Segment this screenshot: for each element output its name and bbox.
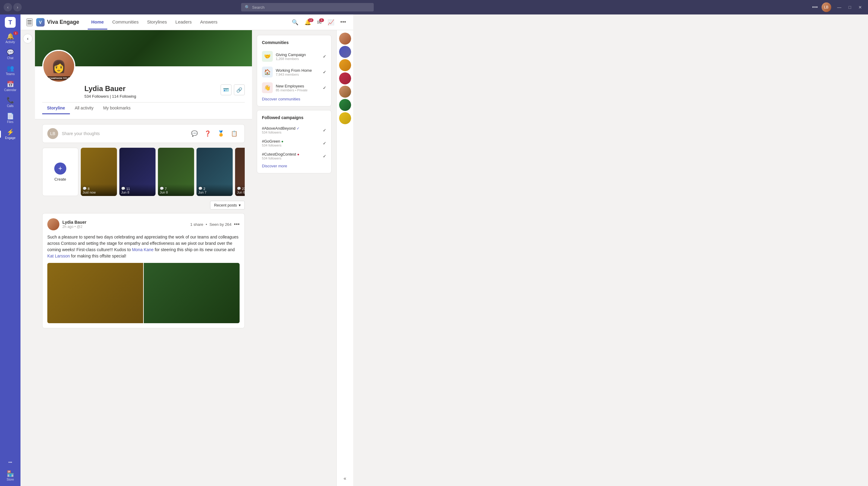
sidebar-item-activity[interactable]: 1 🔔 Activity — [0, 30, 21, 46]
hamburger-menu[interactable]: ☰ — [27, 19, 33, 26]
post-author-info: Lydia Bauer 2h ago • @2 — [62, 220, 87, 229]
post-link-mona[interactable]: Mona Kane — [132, 247, 154, 252]
messages-badge: 5 — [319, 19, 324, 22]
sidebar-item-store[interactable]: 🏪 Store — [0, 467, 21, 484]
back-nav-button[interactable]: ‹ — [23, 34, 33, 43]
minimize-button[interactable]: — — [835, 4, 844, 11]
story-create[interactable]: + Create — [42, 148, 79, 196]
community-item-wfh[interactable]: 🏠 Working From Home 7,943 members ✓ — [262, 64, 327, 80]
more-options-icon[interactable]: ••• — [812, 4, 818, 10]
share-input-area[interactable]: Share your thoughts — [62, 131, 185, 136]
far-right-avatar-3[interactable] — [339, 59, 351, 71]
profile-tab-storyline[interactable]: Storyline — [42, 102, 70, 114]
sidebar-item-calls[interactable]: 📞 Calls — [0, 94, 21, 110]
right-sidebar: Communities 🤝 Giving Campaign 1,268 memb… — [252, 30, 336, 486]
profile-tab-bookmarks[interactable]: My bookmarks — [98, 102, 135, 114]
gogreen-name: #GoGreen ● — [262, 139, 320, 144]
post-shares: 1 share — [190, 222, 203, 227]
post-card: Lydia Bauer 2h ago • @2 1 share • — [42, 213, 245, 328]
story-comments-3: 💬7 — [160, 187, 192, 190]
back-button[interactable]: ‹ — [4, 3, 12, 11]
far-right-avatar-6[interactable] — [339, 99, 351, 111]
list-action-button[interactable]: 📋 — [229, 128, 240, 139]
far-right-avatar-7[interactable] — [339, 112, 351, 124]
nav-link-communities[interactable]: Communities — [108, 15, 142, 30]
far-right-avatar-4[interactable] — [339, 72, 351, 84]
post-link-kat[interactable]: Kat Larsson — [47, 253, 70, 259]
profile-tab-activity[interactable]: All activity — [70, 102, 98, 114]
dogs-info: #CutestDogContest ● 534 followers — [262, 152, 320, 160]
story-item-2[interactable]: 💬11 Jun 8 — [119, 148, 156, 196]
maximize-button[interactable]: □ — [846, 4, 854, 11]
title-bar-left: ‹ › — [4, 3, 22, 11]
sidebar-item-calendar[interactable]: 📅 Calendar — [0, 78, 21, 94]
sidebar-item-chat[interactable]: 💬 Chat — [0, 46, 21, 62]
share-box: LB Share your thoughts 💬 ❓ 🏅 📋 — [42, 124, 245, 143]
profile-actions: 🪪 🔗 — [221, 84, 245, 95]
sidebar-item-teams[interactable]: 👥 Teams — [0, 62, 21, 78]
message-action-button[interactable]: 💬 — [189, 128, 200, 139]
nav-link-home[interactable]: Home — [88, 15, 107, 30]
content-main: 👩 #CAMPAIGN TITLE Lydia Bauer 534 Follow… — [35, 30, 252, 486]
sidebar-item-more[interactable]: ••• — [0, 458, 21, 467]
sidebar-item-engage[interactable]: ⚡ Engage — [0, 126, 21, 142]
top-nav-actions: 🔍 🔔 12 ✉ 5 📈 ••• — [290, 18, 347, 27]
search-icon: 🔍 — [245, 5, 250, 10]
user-avatar[interactable]: LB — [822, 2, 831, 12]
discover-more-link[interactable]: Discover more — [262, 164, 327, 168]
forward-button[interactable]: › — [13, 3, 22, 11]
analytics-icon[interactable]: 📈 — [327, 18, 336, 27]
story-item-1[interactable]: 💬8 Just now — [81, 148, 117, 196]
campaigns-title: Followed campaigns — [262, 115, 327, 120]
verified-icon-above: ✓ — [297, 126, 300, 130]
communities-title: Communities — [262, 40, 327, 45]
nav-link-storylines[interactable]: Storylines — [144, 15, 170, 30]
story-create-label: Create — [54, 177, 66, 182]
new-employees-info: New Employees 85 members • Private — [276, 84, 320, 92]
community-item-new-employees[interactable]: 👋 New Employees 85 members • Private ✓ — [262, 80, 327, 96]
search-bar[interactable]: 🔍 Search — [241, 3, 374, 11]
far-right-avatar-2[interactable] — [339, 46, 351, 58]
messages-wrapper: ✉ 5 — [316, 19, 323, 26]
sidebar-item-files[interactable]: 📄 Files — [0, 110, 21, 126]
far-right-avatar-5[interactable] — [339, 86, 351, 98]
collapse-sidebar-button[interactable]: « — [341, 473, 349, 484]
following-count: 114 — [112, 94, 119, 99]
new-employees-meta: 85 members • Private — [276, 88, 320, 92]
search-nav-icon[interactable]: 🔍 — [290, 18, 300, 27]
campaign-item-above[interactable]: #AboveAndBeyond ✓ 534 followers ✓ — [262, 124, 327, 136]
far-right-avatar-1[interactable] — [339, 33, 351, 44]
giving-campaign-meta: 1,268 members — [276, 57, 320, 61]
nav-arrows: ‹ › — [4, 3, 22, 11]
wfh-check-icon: ✓ — [323, 70, 327, 74]
calendar-icon: 📅 — [7, 81, 14, 88]
share-avatar: LB — [47, 128, 58, 139]
campaign-item-dogs[interactable]: #CutestDogContest ● 534 followers ✓ — [262, 150, 327, 162]
nav-link-answers[interactable]: Answers — [196, 15, 221, 30]
campaign-item-gogreen[interactable]: #GoGreen ● 534 followers ✓ — [262, 136, 327, 150]
story-item-3[interactable]: 💬7 Jun 8 — [158, 148, 194, 196]
post-image-right — [144, 263, 240, 323]
nav-link-leaders[interactable]: Leaders — [172, 15, 195, 30]
teams-label: Teams — [6, 72, 14, 76]
discover-communities-link[interactable]: Discover communities — [262, 97, 327, 101]
recent-posts-button[interactable]: Recent posts ▾ — [210, 201, 245, 210]
following-label: Following — [120, 94, 136, 99]
post-meta-right: 1 share • Seen by 264 ••• — [190, 221, 240, 227]
profile-link-button[interactable]: 🔗 — [234, 84, 245, 95]
close-button[interactable]: ✕ — [856, 4, 864, 11]
profile-name: Lydia Bauer — [84, 84, 136, 93]
story-comments-2: 💬11 — [121, 187, 154, 190]
profile-card-button[interactable]: 🪪 — [221, 84, 231, 95]
post-more-button[interactable]: ••• — [234, 221, 240, 227]
campaign-badge: #CAMPAIGN TITLE — [46, 76, 71, 80]
recent-posts-label: Recent posts — [214, 203, 237, 207]
story-item-4[interactable]: 💬2 Jun 7 — [196, 148, 233, 196]
story-item-5[interactable]: 💬23 Jun 6 — [235, 148, 245, 196]
badge-action-button[interactable]: 🏅 — [216, 128, 226, 139]
community-item-giving[interactable]: 🤝 Giving Campaign 1,268 members ✓ — [262, 49, 327, 64]
more-options-nav-icon[interactable]: ••• — [339, 18, 347, 27]
story-date-5: Jun 6 — [237, 190, 245, 194]
question-action-button[interactable]: ❓ — [202, 128, 213, 139]
giving-check-icon: ✓ — [323, 54, 327, 59]
